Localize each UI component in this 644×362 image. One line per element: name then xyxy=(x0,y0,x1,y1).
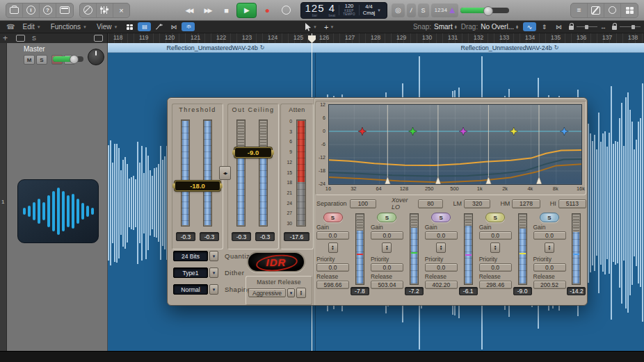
priority-value[interactable]: 0.0 xyxy=(479,263,512,272)
release-value[interactable]: 598.66 xyxy=(316,281,349,289)
zoom-slider-thumb[interactable] xyxy=(585,25,588,29)
stop-button[interactable]: ■ xyxy=(218,3,234,17)
band-marker-star[interactable] xyxy=(560,127,568,135)
cycle-button[interactable] xyxy=(277,3,294,17)
drag-stepper-icon[interactable]: ▴▾ xyxy=(516,25,518,28)
library-button[interactable] xyxy=(6,3,23,17)
lcd-chevron-icon[interactable]: ▾ xyxy=(378,8,380,13)
crossover-handle[interactable] xyxy=(435,176,441,184)
midi-in-icon[interactable]: ☎ xyxy=(3,23,17,31)
track-volume-knob[interactable] xyxy=(70,55,79,64)
track-header[interactable]: Master M S R I xyxy=(7,43,108,351)
dither-dropdown-icon[interactable]: ▾ xyxy=(209,268,218,278)
xover-lo-value[interactable]: 80 xyxy=(418,199,444,208)
note-pads-button[interactable] xyxy=(588,3,604,17)
gain-value[interactable]: 0.0 xyxy=(316,231,349,240)
dither-select[interactable]: Type1 xyxy=(173,268,208,278)
xover-hm-value[interactable]: 1278 xyxy=(512,199,540,208)
master-release-select[interactable]: Aggressive xyxy=(248,288,286,297)
solo-button[interactable]: S xyxy=(36,55,47,65)
band-solo-button[interactable]: S xyxy=(540,213,559,222)
quick-help-button[interactable]: ? xyxy=(40,3,56,17)
menu-view[interactable]: View▼ xyxy=(92,23,122,31)
graph-plot[interactable] xyxy=(328,104,582,185)
piano-roll-button[interactable]: ▤ xyxy=(138,22,151,31)
smart-controls-button[interactable] xyxy=(80,3,97,17)
loop-browser-button[interactable] xyxy=(604,3,621,17)
flex-time-button[interactable]: ›T‹ xyxy=(182,22,195,31)
priority-value[interactable]: 0.0 xyxy=(533,263,566,272)
separation-value[interactable]: 100 xyxy=(350,199,376,208)
lock-icon[interactable] xyxy=(569,26,574,30)
l3-multimaximizer-plugin[interactable]: Threshold -18.0 -0.3 -0.3 ◀▶ Out Ceiling… xyxy=(167,97,588,306)
bar-ruler[interactable]: 1181191201211221231241251261271281291301… xyxy=(108,33,644,43)
gain-value[interactable]: 0.0 xyxy=(533,231,566,240)
mixer-button[interactable]: .sliders3 i:nth-child(1)::after{top:2px;… xyxy=(97,3,113,17)
chevron-down-icon[interactable]: ▼ xyxy=(330,25,334,29)
threshold-value[interactable]: -18.0 xyxy=(175,181,220,191)
fit-zoom-button[interactable]: ⋈ xyxy=(552,22,565,31)
gain-value[interactable]: 0.0 xyxy=(425,231,458,240)
display-mode-icon[interactable] xyxy=(94,35,103,42)
multiband-graph[interactable]: 1260-6-12-18-24 1632641282505001k2k4k8k1… xyxy=(315,101,586,195)
crossover-handle[interactable] xyxy=(536,176,542,184)
duplicate-track-icon[interactable] xyxy=(16,35,25,42)
band-marker-star[interactable] xyxy=(510,127,518,135)
track-icon[interactable] xyxy=(17,179,99,243)
xover-lm-value[interactable]: 320 xyxy=(464,199,490,208)
track-volume-slider[interactable] xyxy=(53,56,83,62)
media-browser-button[interactable] xyxy=(621,3,638,17)
add-track-button[interactable]: + xyxy=(3,33,8,43)
mute-button[interactable]: M xyxy=(24,55,35,65)
automation-button[interactable] xyxy=(152,22,166,31)
zoom-slider-thumb[interactable] xyxy=(631,25,635,29)
record-button[interactable]: ● xyxy=(259,3,275,17)
chevron-down-icon[interactable]: ▼ xyxy=(313,25,317,29)
horizontal-zoom-slider[interactable] xyxy=(620,26,641,27)
region-name[interactable]: Reflection_UnmasteredWAV-24b ↻ xyxy=(461,44,559,51)
volume-knob[interactable] xyxy=(483,6,493,16)
play-button[interactable]: ▶ xyxy=(236,3,257,18)
pointer-tool-icon[interactable] xyxy=(305,23,312,31)
gain-value[interactable]: 0.0 xyxy=(371,231,403,240)
master-volume-slider[interactable] xyxy=(460,8,509,13)
region-name[interactable]: Reflection_UnmasteredWAV-24b ↻ xyxy=(167,44,265,51)
master-release-dropdown-icon[interactable]: ▾ xyxy=(287,288,295,297)
track-name[interactable]: Master xyxy=(24,45,45,53)
shaping-select[interactable]: Normal xyxy=(173,284,208,295)
drag-value[interactable]: No Overl... xyxy=(481,23,514,31)
menu-edit[interactable]: Edit▼ xyxy=(17,23,45,31)
priority-value[interactable]: 0.0 xyxy=(425,263,458,272)
out-ceiling-slider-left[interactable] xyxy=(236,120,245,227)
xover-hi-value[interactable]: 5113 xyxy=(558,199,586,208)
band-stepper[interactable]: ▴▾ xyxy=(382,242,392,253)
quantize-dropdown-icon[interactable]: ▾ xyxy=(209,251,218,261)
shaping-dropdown-icon[interactable]: ▾ xyxy=(209,284,218,295)
release-value[interactable]: 402.20 xyxy=(425,281,458,289)
priority-value[interactable]: 0.0 xyxy=(371,263,403,272)
threshold-slider-left[interactable] xyxy=(181,120,190,227)
snap-stepper-icon[interactable]: ▴▾ xyxy=(455,25,457,28)
grid-button[interactable] xyxy=(123,22,136,31)
band-solo-button[interactable]: S xyxy=(431,213,451,222)
rewind-button[interactable]: ◀◀ xyxy=(180,3,197,17)
band-stepper[interactable]: ▴▾ xyxy=(436,242,446,253)
forward-button[interactable]: ▶▶ xyxy=(199,3,216,17)
band-marker-star[interactable] xyxy=(409,127,417,135)
band-stepper[interactable]: ▴▾ xyxy=(328,242,338,253)
band-solo-button[interactable]: S xyxy=(485,213,505,222)
solo-mode-button[interactable]: S xyxy=(418,3,429,17)
release-value[interactable]: 503.04 xyxy=(371,281,403,289)
menu-functions[interactable]: Functions▼ xyxy=(46,23,92,31)
inspector-button[interactable]: i xyxy=(23,3,40,17)
out-ceiling-slider-right[interactable] xyxy=(259,120,268,227)
band-solo-button[interactable]: S xyxy=(377,213,396,222)
release-value[interactable]: 200.52 xyxy=(533,281,566,289)
count-in-button[interactable]: 1234 xyxy=(431,3,459,17)
pan-knob[interactable] xyxy=(88,49,104,65)
master-release-stepper[interactable]: ▴▾ xyxy=(296,288,306,298)
vertical-zoom-slider[interactable] xyxy=(577,26,597,27)
tuner-button[interactable]: ◎ xyxy=(392,3,405,17)
out-ceiling-value[interactable]: -9.0 xyxy=(234,147,272,158)
waveform-zoom-button[interactable]: ∿ xyxy=(523,22,536,31)
